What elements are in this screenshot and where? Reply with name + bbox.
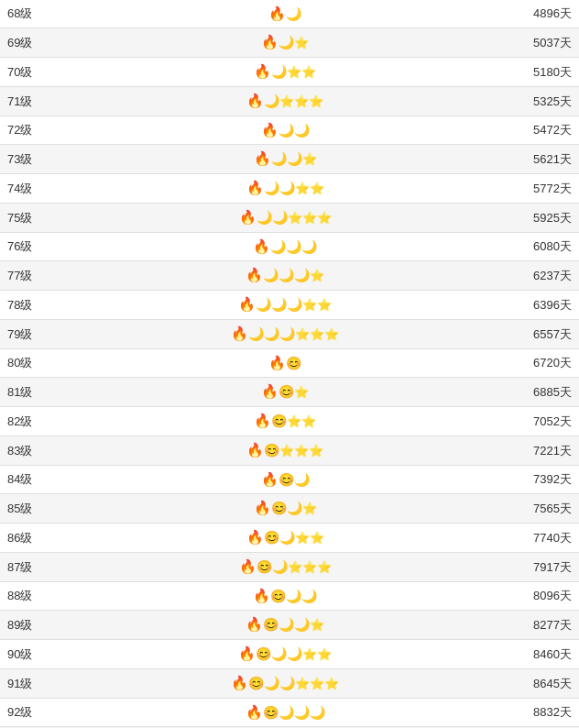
days-cell: 6237天 [497, 261, 579, 291]
star-icon: ⭐ [309, 94, 323, 108]
table-row: 92级🔥😊🌙🌙🌙8832天 [0, 699, 579, 727]
star-icon: ⭐ [302, 560, 317, 574]
moon-icon: 🌙 [287, 646, 302, 661]
fire-icon: 🔥 [231, 325, 248, 341]
icons-cell: 🔥😊⭐⭐⭐ [73, 436, 497, 466]
level-cell: 82级 [0, 407, 73, 436]
moon-icon: 🌙 [294, 472, 310, 487]
icons-cell: 🔥🌙🌙🌙⭐⭐ [73, 291, 497, 320]
fire-icon: 🔥 [246, 529, 264, 545]
level-cell: 73级 [0, 145, 73, 174]
table-row: 89级🔥😊🌙🌙⭐8277天 [0, 611, 579, 640]
star-icon: ⭐ [310, 677, 324, 690]
fire-icon: 🔥 [246, 442, 264, 458]
days-cell: 6720天 [497, 349, 579, 378]
days-cell: 5925天 [497, 204, 579, 233]
fire-icon: 🔥 [246, 616, 263, 632]
icons-cell: 🔥😊⭐ [73, 378, 497, 407]
star-icon: ⭐ [310, 182, 324, 195]
level-cell: 78级 [0, 291, 73, 320]
table-row: 77级🔥🌙🌙🌙⭐6237天 [0, 261, 579, 291]
fire-icon: 🔥 [261, 122, 279, 138]
moon-icon: 🌙 [287, 501, 302, 515]
table-row: 83级🔥😊⭐⭐⭐7221天 [0, 436, 579, 466]
star-icon: ⭐ [294, 385, 309, 399]
days-cell: 7740天 [497, 524, 579, 553]
moon-icon: 🌙 [301, 589, 317, 603]
icons-cell: 🔥🌙⭐⭐⭐ [73, 87, 497, 116]
level-cell: 83级 [0, 436, 73, 466]
table-row: 90级🔥😊🌙🌙⭐⭐8460天 [0, 640, 579, 669]
moon-icon: 🌙 [279, 35, 294, 50]
fire-icon: 🔥 [239, 558, 257, 574]
star-icon: ⭐ [302, 211, 317, 225]
table-row: 84级🔥😊🌙7392天 [0, 466, 579, 494]
level-cell: 68级 [0, 0, 73, 28]
level-cell: 81级 [0, 378, 73, 407]
level-cell: 79级 [0, 320, 73, 349]
moon-icon: 🌙 [310, 705, 325, 720]
star-icon: ⭐ [287, 414, 301, 428]
icons-cell: 🔥🌙🌙⭐⭐⭐ [73, 204, 497, 233]
level-cell: 69级 [0, 28, 73, 58]
fire-icon: 🔥 [253, 238, 270, 254]
smile-icon: 😊 [263, 705, 279, 720]
star-icon: ⭐ [317, 647, 332, 661]
fire-icon: 🔥 [261, 471, 279, 487]
table-row: 78级🔥🌙🌙🌙⭐⭐6396天 [0, 291, 579, 320]
days-cell: 5037天 [497, 28, 579, 58]
table-row: 91级🔥😊🌙🌙⭐⭐⭐8645天 [0, 669, 579, 699]
smile-icon: 😊 [271, 414, 287, 428]
table-row: 76级🔥🌙🌙🌙6080天 [0, 233, 579, 261]
star-icon: ⭐ [294, 444, 309, 458]
icons-cell: 🔥🌙🌙⭐⭐ [73, 174, 497, 204]
star-icon: ⭐ [294, 36, 309, 50]
star-icon: ⭐ [310, 531, 324, 545]
moon-icon: 🌙 [286, 6, 301, 21]
days-cell: 5621天 [497, 145, 579, 174]
star-icon: ⭐ [302, 502, 317, 515]
star-icon: ⭐ [324, 327, 339, 341]
moon-icon: 🌙 [271, 64, 287, 79]
level-cell: 75级 [0, 204, 73, 233]
days-cell: 7565天 [497, 494, 579, 524]
days-cell: 6396天 [497, 291, 579, 320]
fire-icon: 🔥 [254, 150, 271, 166]
days-cell: 5325天 [497, 87, 579, 116]
star-icon: ⭐ [279, 94, 294, 108]
table-row: 86级🔥😊🌙⭐⭐7740天 [0, 524, 579, 553]
moon-icon: 🌙 [294, 268, 310, 282]
moon-icon: 🌙 [287, 297, 302, 312]
star-icon: ⭐ [310, 269, 324, 282]
moon-icon: 🌙 [263, 268, 279, 282]
icons-cell: 🔥🌙⭐ [73, 28, 497, 58]
moon-icon: 🌙 [264, 676, 279, 690]
moon-icon: 🌙 [248, 326, 264, 341]
icons-cell: 🔥🌙 [73, 0, 497, 28]
level-cell: 70级 [0, 58, 73, 87]
level-cell: 88级 [0, 582, 73, 611]
moon-icon: 🌙 [279, 676, 295, 690]
icons-cell: 🔥🌙🌙 [73, 116, 497, 145]
star-icon: ⭐ [295, 182, 310, 195]
moon-icon: 🌙 [286, 239, 301, 254]
fire-icon: 🔥 [231, 675, 248, 690]
icons-cell: 🔥😊🌙🌙⭐⭐ [73, 640, 497, 669]
days-cell: 7052天 [497, 407, 579, 436]
star-icon: ⭐ [317, 560, 332, 574]
moon-icon: 🌙 [264, 326, 279, 341]
icons-cell: 🔥😊🌙⭐ [73, 494, 497, 524]
level-table: 68级🔥🌙4896天69级🔥🌙⭐5037天70级🔥🌙⭐⭐5180天71级🔥🌙⭐⭐… [0, 0, 579, 728]
star-icon: ⭐ [301, 65, 316, 79]
fire-icon: 🔥 [238, 296, 256, 312]
table-row: 73级🔥🌙🌙⭐5621天 [0, 145, 579, 174]
moon-icon: 🌙 [279, 617, 294, 632]
level-cell: 85级 [0, 494, 73, 524]
fire-icon: 🔥 [246, 267, 263, 282]
level-cell: 87级 [0, 553, 73, 582]
star-icon: ⭐ [302, 647, 317, 661]
days-cell: 8460天 [497, 640, 579, 669]
days-cell: 7221天 [497, 436, 579, 466]
moon-icon: 🌙 [271, 646, 287, 661]
smile-icon: 😊 [257, 559, 272, 574]
